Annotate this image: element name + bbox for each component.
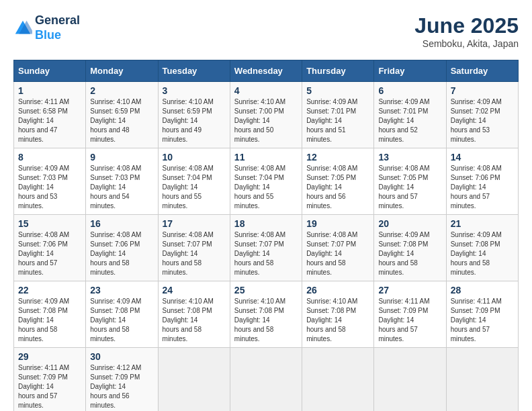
col-saturday: Saturday	[446, 60, 518, 82]
table-row: 2 Sunrise: 4:10 AMSunset: 6:59 PMDayligh…	[86, 82, 158, 148]
logo: General Blue	[13, 13, 80, 42]
col-sunday: Sunday	[14, 60, 86, 82]
table-row: 21 Sunrise: 4:09 AMSunset: 7:08 PMDaylig…	[446, 215, 518, 281]
table-row: 23 Sunrise: 4:09 AMSunset: 7:08 PMDaylig…	[86, 281, 158, 348]
table-row: 7 Sunrise: 4:09 AMSunset: 7:02 PMDayligh…	[446, 82, 518, 148]
table-row: 13 Sunrise: 4:08 AMSunset: 7:05 PMDaylig…	[374, 148, 446, 215]
day-info: Sunrise: 4:09 AMSunset: 7:01 PMDaylight:…	[378, 98, 429, 143]
day-number: 4	[234, 85, 298, 96]
day-info: Sunrise: 4:09 AMSunset: 7:01 PMDaylight:…	[306, 98, 357, 143]
day-info: Sunrise: 4:08 AMSunset: 7:07 PMDaylight:…	[163, 231, 214, 276]
day-info: Sunrise: 4:09 AMSunset: 7:08 PMDaylight:…	[451, 231, 502, 276]
calendar-table: Sunday Monday Tuesday Wednesday Thursday…	[13, 60, 519, 411]
day-number: 23	[90, 285, 153, 295]
page-header: General Blue June 2025 Semboku, Akita, J…	[13, 13, 519, 49]
day-number: 10	[163, 152, 226, 163]
day-info: Sunrise: 4:08 AMSunset: 7:04 PMDaylight:…	[234, 165, 285, 210]
day-number: 2	[90, 85, 153, 96]
calendar-week-3: 22 Sunrise: 4:09 AMSunset: 7:08 PMDaylig…	[14, 281, 519, 348]
table-row: 12 Sunrise: 4:08 AMSunset: 7:05 PMDaylig…	[302, 148, 374, 215]
table-row: 26 Sunrise: 4:10 AMSunset: 7:08 PMDaylig…	[302, 281, 374, 348]
col-wednesday: Wednesday	[230, 60, 302, 82]
table-row: 30 Sunrise: 4:12 AMSunset: 7:09 PMDaylig…	[86, 348, 158, 412]
table-row: 1 Sunrise: 4:11 AMSunset: 6:58 PMDayligh…	[14, 82, 86, 148]
day-number: 19	[306, 218, 369, 229]
day-info: Sunrise: 4:09 AMSunset: 7:02 PMDaylight:…	[451, 98, 502, 143]
day-number: 8	[18, 152, 81, 163]
day-number: 20	[378, 218, 441, 229]
day-info: Sunrise: 4:09 AMSunset: 7:03 PMDaylight:…	[18, 165, 69, 210]
day-info: Sunrise: 4:10 AMSunset: 6:59 PMDaylight:…	[163, 98, 214, 143]
calendar-body: 1 Sunrise: 4:11 AMSunset: 6:58 PMDayligh…	[14, 82, 519, 412]
day-info: Sunrise: 4:09 AMSunset: 7:08 PMDaylight:…	[90, 298, 141, 342]
day-number: 9	[90, 152, 153, 163]
day-number: 13	[378, 152, 441, 163]
table-row	[446, 348, 518, 412]
col-friday: Friday	[374, 60, 446, 82]
table-row: 11 Sunrise: 4:08 AMSunset: 7:04 PMDaylig…	[230, 148, 302, 215]
calendar-subtitle: Semboku, Akita, Japan	[414, 38, 519, 49]
day-number: 16	[90, 218, 153, 229]
day-info: Sunrise: 4:08 AMSunset: 7:07 PMDaylight:…	[306, 231, 357, 276]
day-info: Sunrise: 4:10 AMSunset: 7:08 PMDaylight:…	[306, 298, 357, 342]
logo-line1: General	[35, 13, 80, 28]
day-info: Sunrise: 4:08 AMSunset: 7:04 PMDaylight:…	[163, 165, 214, 210]
calendar-week-2: 15 Sunrise: 4:08 AMSunset: 7:06 PMDaylig…	[14, 215, 519, 281]
table-row: 15 Sunrise: 4:08 AMSunset: 7:06 PMDaylig…	[14, 215, 86, 281]
day-number: 5	[306, 85, 369, 96]
table-row: 14 Sunrise: 4:08 AMSunset: 7:06 PMDaylig…	[446, 148, 518, 215]
day-number: 27	[378, 285, 441, 295]
day-number: 17	[163, 218, 226, 229]
logo-line2: Blue	[35, 28, 80, 43]
weekday-row: Sunday Monday Tuesday Wednesday Thursday…	[14, 60, 519, 82]
col-tuesday: Tuesday	[158, 60, 230, 82]
table-row: 27 Sunrise: 4:11 AMSunset: 7:09 PMDaylig…	[374, 281, 446, 348]
calendar-title: June 2025	[414, 13, 519, 38]
day-number: 30	[90, 351, 153, 362]
day-number: 3	[163, 85, 226, 96]
day-number: 14	[451, 152, 514, 163]
table-row	[230, 348, 302, 412]
table-row	[158, 348, 230, 412]
day-info: Sunrise: 4:08 AMSunset: 7:06 PMDaylight:…	[90, 231, 141, 276]
calendar-week-4: 29 Sunrise: 4:11 AMSunset: 7:09 PMDaylig…	[14, 348, 519, 412]
table-row: 22 Sunrise: 4:09 AMSunset: 7:08 PMDaylig…	[14, 281, 86, 348]
table-row: 20 Sunrise: 4:09 AMSunset: 7:08 PMDaylig…	[374, 215, 446, 281]
day-number: 15	[18, 218, 81, 229]
day-number: 7	[451, 85, 514, 96]
day-info: Sunrise: 4:10 AMSunset: 7:00 PMDaylight:…	[234, 98, 285, 143]
calendar-week-0: 1 Sunrise: 4:11 AMSunset: 6:58 PMDayligh…	[14, 82, 519, 148]
table-row: 19 Sunrise: 4:08 AMSunset: 7:07 PMDaylig…	[302, 215, 374, 281]
day-info: Sunrise: 4:11 AMSunset: 7:09 PMDaylight:…	[451, 298, 502, 342]
day-number: 11	[234, 152, 298, 163]
table-row: 3 Sunrise: 4:10 AMSunset: 6:59 PMDayligh…	[158, 82, 230, 148]
day-info: Sunrise: 4:08 AMSunset: 7:06 PMDaylight:…	[18, 231, 69, 276]
table-row	[302, 348, 374, 412]
day-info: Sunrise: 4:08 AMSunset: 7:05 PMDaylight:…	[306, 165, 357, 210]
table-row	[374, 348, 446, 412]
day-number: 22	[18, 285, 81, 295]
day-info: Sunrise: 4:08 AMSunset: 7:07 PMDaylight:…	[234, 231, 285, 276]
table-row: 29 Sunrise: 4:11 AMSunset: 7:09 PMDaylig…	[14, 348, 86, 412]
day-info: Sunrise: 4:08 AMSunset: 7:05 PMDaylight:…	[378, 165, 429, 210]
calendar-week-1: 8 Sunrise: 4:09 AMSunset: 7:03 PMDayligh…	[14, 148, 519, 215]
day-info: Sunrise: 4:08 AMSunset: 7:06 PMDaylight:…	[451, 165, 502, 210]
day-number: 18	[234, 218, 298, 229]
table-row: 17 Sunrise: 4:08 AMSunset: 7:07 PMDaylig…	[158, 215, 230, 281]
table-row: 5 Sunrise: 4:09 AMSunset: 7:01 PMDayligh…	[302, 82, 374, 148]
calendar-header: Sunday Monday Tuesday Wednesday Thursday…	[14, 60, 519, 82]
title-block: June 2025 Semboku, Akita, Japan	[414, 13, 519, 49]
day-info: Sunrise: 4:10 AMSunset: 6:59 PMDaylight:…	[90, 98, 141, 143]
day-info: Sunrise: 4:10 AMSunset: 7:08 PMDaylight:…	[163, 298, 214, 342]
table-row: 10 Sunrise: 4:08 AMSunset: 7:04 PMDaylig…	[158, 148, 230, 215]
day-info: Sunrise: 4:12 AMSunset: 7:09 PMDaylight:…	[90, 364, 141, 409]
col-thursday: Thursday	[302, 60, 374, 82]
day-number: 24	[163, 285, 226, 295]
day-info: Sunrise: 4:10 AMSunset: 7:08 PMDaylight:…	[234, 298, 285, 342]
day-info: Sunrise: 4:09 AMSunset: 7:08 PMDaylight:…	[378, 231, 429, 276]
day-number: 26	[306, 285, 369, 295]
table-row: 8 Sunrise: 4:09 AMSunset: 7:03 PMDayligh…	[14, 148, 86, 215]
table-row: 6 Sunrise: 4:09 AMSunset: 7:01 PMDayligh…	[374, 82, 446, 148]
day-number: 6	[378, 85, 441, 96]
day-info: Sunrise: 4:08 AMSunset: 7:03 PMDaylight:…	[90, 165, 141, 210]
